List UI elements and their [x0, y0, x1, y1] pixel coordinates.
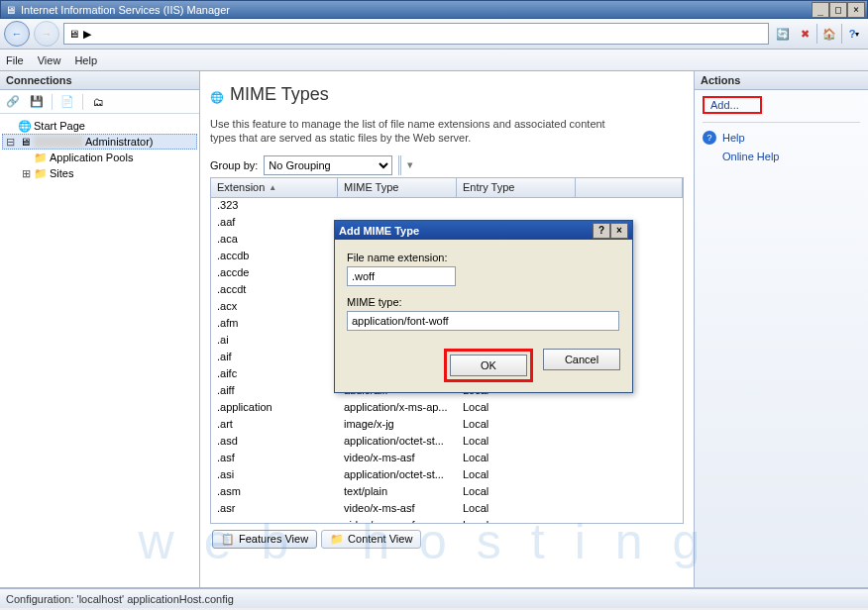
tree-toggle-button[interactable]: 🗂: [89, 93, 107, 111]
tree-start-page[interactable]: Start Page: [2, 118, 197, 134]
tree-sites[interactable]: ⊞ Sites: [2, 165, 197, 181]
connections-panel: Connections 🔗 💾 📄 🗂 Start Page ⊟ Adminis…: [0, 71, 200, 588]
menu-bar: File View Help: [0, 50, 868, 71]
cell-ext: .asm: [211, 484, 338, 501]
table-row[interactable]: .asdapplication/octet-st...Local: [211, 434, 683, 451]
app-icon: [3, 3, 17, 17]
refresh-button[interactable]: [773, 24, 793, 44]
arrow-right-icon: [42, 28, 53, 40]
table-row[interactable]: .applicationapplication/x-ms-ap...Local: [211, 400, 683, 417]
table-row[interactable]: .asxvideo/x-ms-asfLocal: [211, 518, 683, 524]
cancel-button[interactable]: Cancel: [543, 349, 620, 370]
actions-panel: Actions Add... ? Help Online Help: [695, 71, 868, 588]
cell-mime: application/octet-st...: [338, 467, 457, 484]
arrow-left-icon: [12, 28, 23, 40]
separator: [398, 155, 401, 175]
col-mime[interactable]: MIME Type: [338, 178, 457, 197]
home-icon: [822, 28, 836, 41]
back-button[interactable]: [4, 21, 30, 47]
forward-button[interactable]: [34, 21, 59, 47]
help-button[interactable]: ▾: [844, 24, 864, 44]
server-icon: [68, 28, 79, 40]
server-icon: [18, 135, 32, 149]
cell-mime: application/x-ms-ap...: [338, 400, 457, 417]
cell-ext: .art: [211, 417, 338, 434]
table-row[interactable]: .asfvideo/x-ms-asfLocal: [211, 451, 683, 467]
connect-button[interactable]: 🔗: [4, 93, 22, 111]
col-entry[interactable]: Entry Type: [457, 178, 576, 197]
features-tab-label: Features View: [239, 533, 308, 545]
cell-ext: .acx: [211, 299, 338, 316]
home-button[interactable]: [819, 24, 839, 44]
maximize-button[interactable]: □: [829, 2, 847, 18]
refresh-icon: [776, 28, 790, 41]
stop-button[interactable]: [795, 24, 814, 44]
nav-toolbar: ▶ ▾: [0, 19, 868, 50]
folder-icon: [34, 151, 48, 164]
table-row[interactable]: .asmtext/plainLocal: [211, 484, 683, 501]
cell-entry: Local: [457, 518, 576, 524]
table-row[interactable]: .artimage/x-jgLocal: [211, 417, 683, 434]
question-icon: ?: [703, 131, 716, 145]
dialog-help-button[interactable]: ?: [593, 223, 610, 239]
cell-ext: .323: [211, 198, 338, 215]
cell-ext: .accde: [211, 265, 338, 282]
breadcrumb-arrow: ▶: [83, 28, 91, 41]
separator: [841, 24, 842, 44]
window-titlebar: Internet Information Services (IIS) Mana…: [0, 0, 868, 19]
connections-header: Connections: [0, 71, 199, 90]
cell-ext: .aif: [211, 350, 338, 366]
add-mime-dialog: Add MIME Type ? × File name extension: M…: [334, 220, 633, 393]
action-add[interactable]: Add...: [703, 96, 762, 114]
actions-header: Actions: [695, 71, 868, 90]
action-online-help[interactable]: Online Help: [703, 151, 860, 162]
mime-input[interactable]: [347, 311, 619, 331]
online-help-label: Online Help: [722, 151, 779, 162]
tree-server-node[interactable]: ⊟ Administrator): [2, 134, 197, 150]
content-tab-icon: 📁: [330, 533, 344, 546]
tree-app-pools[interactable]: Application Pools: [2, 150, 197, 165]
cell-entry: Local: [457, 434, 576, 451]
cell-mime: video/x-ms-asf: [338, 518, 457, 524]
stop-icon: [801, 28, 810, 41]
menu-help[interactable]: Help: [74, 54, 97, 66]
dialog-close-button[interactable]: ×: [610, 223, 628, 239]
cell-mime: [338, 198, 457, 215]
up-button[interactable]: 📄: [58, 93, 76, 111]
content-tab-label: Content View: [348, 533, 412, 545]
ext-input[interactable]: [347, 266, 456, 286]
cell-mime: image/x-jg: [338, 417, 457, 434]
cell-mime: video/x-ms-asf: [338, 451, 457, 467]
cell-entry: Local: [457, 467, 576, 484]
minimize-button[interactable]: _: [812, 2, 829, 18]
table-row[interactable]: .asrvideo/x-ms-asfLocal: [211, 501, 683, 518]
group-by-select[interactable]: No Grouping: [264, 155, 392, 175]
col-extension[interactable]: Extension: [211, 178, 338, 197]
cell-mime: video/x-ms-asf: [338, 501, 457, 518]
close-button[interactable]: ×: [847, 2, 865, 18]
cell-ext: .aiff: [211, 383, 338, 400]
content-view-tab[interactable]: 📁 Content View: [321, 530, 421, 549]
cell-ext: .aaf: [211, 215, 338, 232]
action-help[interactable]: ? Help: [703, 131, 860, 145]
tree-server-suffix: Administrator): [85, 136, 153, 148]
cell-ext: .asf: [211, 451, 338, 467]
table-row[interactable]: .asiapplication/octet-st...Local: [211, 467, 683, 484]
features-tab-icon: 📋: [221, 533, 235, 546]
cell-ext: .afm: [211, 316, 338, 333]
ok-button[interactable]: OK: [450, 355, 527, 376]
cell-ext: .asi: [211, 467, 338, 484]
cell-ext: .application: [211, 400, 338, 417]
mime-icon: [210, 81, 224, 107]
table-row[interactable]: .323: [211, 198, 683, 215]
server-name-redacted: [34, 136, 83, 148]
connections-toolbar: 🔗 💾 📄 🗂: [0, 90, 199, 114]
divider: [703, 122, 860, 123]
col-spacer: [576, 178, 683, 197]
menu-view[interactable]: View: [38, 54, 61, 66]
save-button[interactable]: 💾: [28, 93, 46, 111]
features-view-tab[interactable]: 📋 Features View: [212, 530, 317, 549]
menu-file[interactable]: File: [6, 54, 24, 66]
address-bar[interactable]: ▶: [63, 23, 769, 45]
cell-ext: .aifc: [211, 366, 338, 383]
